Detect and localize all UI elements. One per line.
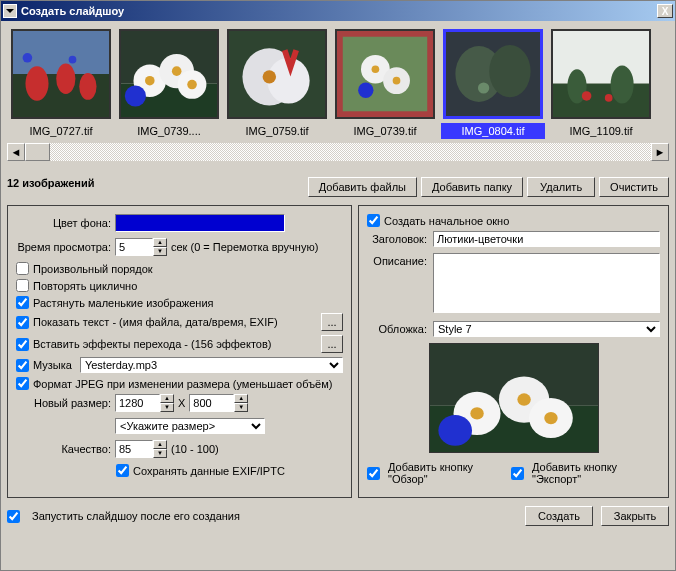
thumbnail-caption: IMG_0804.tif bbox=[441, 123, 545, 139]
svg-point-43 bbox=[517, 393, 530, 405]
close-button[interactable]: X bbox=[657, 4, 673, 18]
scroll-right-button[interactable]: ► bbox=[651, 143, 669, 161]
loop-checkbox[interactable] bbox=[16, 279, 29, 292]
random-order-checkbox[interactable] bbox=[16, 262, 29, 275]
headline-label: Заголовок: bbox=[367, 231, 427, 245]
cover-label: Обложка: bbox=[367, 321, 427, 335]
music-select[interactable]: Yesterday.mp3 bbox=[80, 357, 343, 373]
height-input[interactable] bbox=[189, 394, 234, 412]
effects-label[interactable]: Вставить эффекты перехода - (156 эффекто… bbox=[33, 338, 271, 350]
view-time-down[interactable]: ▼ bbox=[153, 247, 167, 256]
svg-point-4 bbox=[79, 73, 96, 100]
music-label[interactable]: Музыка bbox=[33, 359, 72, 371]
scroll-left-button[interactable]: ◄ bbox=[7, 143, 25, 161]
run-after-checkbox[interactable] bbox=[7, 510, 20, 523]
music-checkbox[interactable] bbox=[16, 359, 29, 372]
cover-style-select[interactable]: Style 7 bbox=[433, 321, 660, 337]
stretch-label[interactable]: Растянуть маленькие изображения bbox=[33, 297, 214, 309]
create-startwin-checkbox[interactable] bbox=[367, 214, 380, 227]
width-input[interactable] bbox=[115, 394, 160, 412]
showtext-label[interactable]: Показать текст - (имя файла, дата/время,… bbox=[33, 316, 278, 328]
svg-point-26 bbox=[393, 77, 401, 85]
thumbnail-image bbox=[443, 29, 543, 119]
view-time-hint: сек (0 = Перемотка вручную) bbox=[171, 241, 318, 253]
view-time-label: Время просмотра: bbox=[16, 241, 111, 253]
view-time-up[interactable]: ▲ bbox=[153, 238, 167, 247]
svg-point-12 bbox=[145, 76, 155, 86]
jpeg-label[interactable]: Формат JPEG при изменении размера (умень… bbox=[33, 378, 332, 390]
scroll-track[interactable] bbox=[25, 143, 651, 161]
quality-input[interactable] bbox=[115, 440, 153, 458]
showtext-checkbox[interactable] bbox=[16, 316, 29, 329]
thumbnail-caption: IMG_0739.tif bbox=[333, 123, 437, 139]
thumbnail-item[interactable]: IMG_0759.tif bbox=[225, 29, 329, 139]
add-browse-label[interactable]: Добавить кнопку "Обзор" bbox=[388, 461, 507, 485]
random-order-label[interactable]: Произвольный порядок bbox=[33, 263, 153, 275]
close-dialog-button[interactable]: Закрыть bbox=[601, 506, 669, 526]
headline-input[interactable] bbox=[433, 231, 660, 247]
scroll-thumb[interactable] bbox=[25, 143, 50, 161]
svg-point-25 bbox=[372, 65, 380, 73]
titlebar: Создать слайдшоу X bbox=[1, 1, 675, 21]
thumbnail-image bbox=[11, 29, 111, 119]
cover-preview bbox=[429, 343, 599, 453]
svg-point-19 bbox=[263, 70, 276, 83]
system-menu-icon[interactable] bbox=[3, 4, 17, 18]
delete-button[interactable]: Удалить bbox=[527, 177, 595, 197]
thumbnail-item[interactable]: IMG_0739.... bbox=[117, 29, 221, 139]
svg-point-13 bbox=[172, 66, 182, 76]
svg-point-5 bbox=[23, 53, 33, 63]
thumbnail-item[interactable]: IMG_0804.tif bbox=[441, 29, 545, 139]
height-up[interactable]: ▲ bbox=[234, 394, 248, 403]
stretch-checkbox[interactable] bbox=[16, 296, 29, 309]
showtext-more-button[interactable]: ... bbox=[321, 313, 343, 331]
height-down[interactable]: ▼ bbox=[234, 403, 248, 412]
thumbnail-item[interactable]: IMG_1109.tif bbox=[549, 29, 653, 139]
thumbnail-item[interactable]: IMG_0739.tif bbox=[333, 29, 437, 139]
keep-exif-checkbox[interactable] bbox=[116, 464, 129, 477]
create-button[interactable]: Создать bbox=[525, 506, 593, 526]
svg-point-15 bbox=[125, 85, 146, 106]
bg-color-swatch[interactable] bbox=[115, 214, 285, 232]
svg-point-6 bbox=[69, 56, 77, 64]
thumbnail-image bbox=[227, 29, 327, 119]
quality-down[interactable]: ▼ bbox=[153, 449, 167, 458]
add-export-label[interactable]: Добавить кнопку "Экспорт" bbox=[532, 461, 660, 485]
thumbnail-image bbox=[335, 29, 435, 119]
svg-rect-31 bbox=[553, 31, 649, 84]
thumbnail-strip: IMG_0727.tifIMG_0739....IMG_0759.tifIMG_… bbox=[7, 27, 669, 141]
svg-point-44 bbox=[544, 412, 557, 424]
thumbnail-caption: IMG_0727.tif bbox=[9, 123, 113, 139]
thumbnail-item[interactable]: IMG_0727.tif bbox=[9, 29, 113, 139]
svg-point-35 bbox=[582, 91, 592, 101]
keep-exif-label[interactable]: Сохранять данные EXIF/IPTC bbox=[133, 465, 285, 477]
effects-more-button[interactable]: ... bbox=[321, 335, 343, 353]
quality-hint: (10 - 100) bbox=[171, 443, 219, 455]
add-folder-button[interactable]: Добавить папку bbox=[421, 177, 523, 197]
add-export-checkbox[interactable] bbox=[511, 467, 524, 480]
thumbnail-caption: IMG_0759.tif bbox=[225, 123, 329, 139]
thumbnail-caption: IMG_1109.tif bbox=[549, 123, 653, 139]
desc-textarea[interactable] bbox=[433, 253, 660, 313]
view-time-input[interactable] bbox=[115, 238, 153, 256]
effects-checkbox[interactable] bbox=[16, 338, 29, 351]
loop-label[interactable]: Повторять циклично bbox=[33, 280, 137, 292]
size-preset-select[interactable]: <Укажите размер> bbox=[115, 418, 265, 434]
quality-up[interactable]: ▲ bbox=[153, 440, 167, 449]
x-label: X bbox=[178, 397, 185, 409]
settings-left-panel: Цвет фона: Время просмотра: ▲ ▼ сек (0 =… bbox=[7, 205, 352, 498]
image-count-label: 12 изображений bbox=[7, 177, 95, 189]
clear-button[interactable]: Очистить bbox=[599, 177, 669, 197]
svg-point-36 bbox=[605, 94, 613, 102]
run-after-label[interactable]: Запустить слайдшоу после его создания bbox=[32, 510, 240, 522]
svg-point-14 bbox=[187, 80, 197, 90]
slideshow-dialog: Создать слайдшоу X IMG_0727.tifIMG_0739.… bbox=[0, 0, 676, 571]
svg-point-42 bbox=[470, 407, 483, 419]
width-down[interactable]: ▼ bbox=[160, 403, 174, 412]
add-files-button[interactable]: Добавить файлы bbox=[308, 177, 417, 197]
width-up[interactable]: ▲ bbox=[160, 394, 174, 403]
add-browse-checkbox[interactable] bbox=[367, 467, 380, 480]
create-startwin-label[interactable]: Создать начальное окно bbox=[384, 215, 509, 227]
jpeg-checkbox[interactable] bbox=[16, 377, 29, 390]
svg-point-24 bbox=[358, 83, 373, 98]
